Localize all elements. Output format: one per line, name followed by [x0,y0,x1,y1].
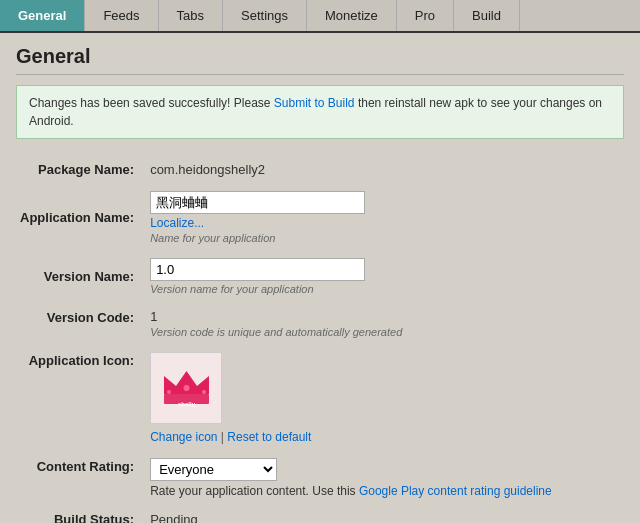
tab-tabs[interactable]: Tabs [159,0,223,31]
package-name-row: Package Name: com.heidongshelly2 [16,155,624,184]
version-code-label: Version Code: [16,302,146,345]
build-status-row: Build Status: Pending [16,505,624,523]
app-icon-label: Application Icon: [16,345,146,451]
version-code-hint: Version code is unique and automatically… [150,326,620,338]
google-play-rating-link[interactable]: Google Play content rating guideline [359,484,552,498]
version-name-hint: Version name for your application [150,283,620,295]
build-status-value: Pending [150,512,198,523]
icon-links: Change icon | Reset to default [150,430,620,444]
content-rating-hint: Rate your application content. Use this … [150,484,620,498]
reset-icon-link[interactable]: Reset to default [227,430,311,444]
app-icon-svg: shelly [154,356,219,421]
version-name-label: Version Name: [16,251,146,302]
package-name-label: Package Name: [16,155,146,184]
version-code-row: Version Code: 1 Version code is unique a… [16,302,624,345]
version-code-value-cell: 1 Version code is unique and automatical… [146,302,624,345]
tab-settings[interactable]: Settings [223,0,307,31]
svg-point-5 [202,390,206,394]
submit-to-build-link[interactable]: Submit to Build [274,96,355,110]
app-name-row: Application Name: Localize... Name for y… [16,184,624,251]
app-name-input[interactable] [150,191,365,214]
app-icon-field-cell: shelly Change icon | Reset to default [146,345,624,451]
tab-feeds[interactable]: Feeds [85,0,158,31]
app-icon-image: shelly [150,352,222,424]
svg-text:shelly: shelly [178,401,196,407]
app-name-label: Application Name: [16,184,146,251]
version-name-row: Version Name: Version name for your appl… [16,251,624,302]
app-icon-row: Application Icon: [16,345,624,451]
content-rating-select[interactable]: Everyone Low Maturity Medium Maturity Hi… [150,458,277,481]
app-icon-container: shelly Change icon | Reset to default [150,352,620,444]
content-rating-row: Content Rating: Everyone Low Maturity Me… [16,451,624,505]
change-icon-link[interactable]: Change icon [150,430,217,444]
svg-point-3 [183,385,189,391]
version-name-input[interactable] [150,258,365,281]
app-name-field-cell: Localize... Name for your application [146,184,624,251]
page-content: General Changes has been saved succesful… [0,33,640,523]
app-name-hint: Name for your application [150,232,620,244]
success-banner: Changes has been saved succesfully! Plea… [16,85,624,139]
build-status-value-cell: Pending [146,505,624,523]
localize-link[interactable]: Localize... [150,216,620,230]
build-status-label: Build Status: [16,505,146,523]
version-name-field-cell: Version name for your application [146,251,624,302]
version-code-value: 1 [150,309,157,324]
package-name-value: com.heidongshelly2 [150,162,265,177]
banner-message-pre: Changes has been saved succesfully! Plea… [29,96,274,110]
icon-link-separator: | [218,430,228,444]
page-title: General [16,45,624,75]
tab-monetize[interactable]: Monetize [307,0,397,31]
content-rating-label: Content Rating: [16,451,146,505]
settings-form: Package Name: com.heidongshelly2 Applica… [16,155,624,523]
package-name-value-cell: com.heidongshelly2 [146,155,624,184]
tab-pro[interactable]: Pro [397,0,454,31]
rating-hint-pre: Rate your application content. Use this [150,484,359,498]
content-rating-field-cell: Everyone Low Maturity Medium Maturity Hi… [146,451,624,505]
top-navigation: General Feeds Tabs Settings Monetize Pro… [0,0,640,33]
svg-point-4 [167,390,171,394]
tab-build[interactable]: Build [454,0,520,31]
tab-general[interactable]: General [0,0,85,31]
